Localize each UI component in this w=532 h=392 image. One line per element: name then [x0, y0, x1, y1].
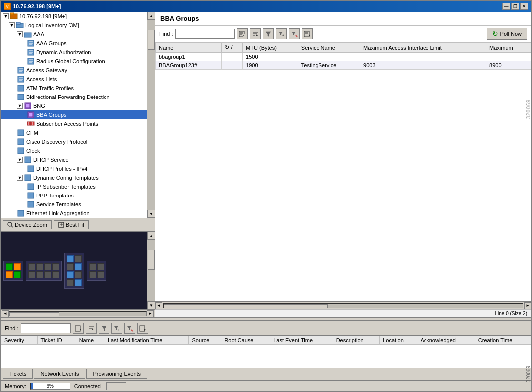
tab-provisioning-events[interactable]: Provisioning Events: [86, 369, 147, 379]
col-refresh[interactable]: ↻ /: [222, 43, 243, 53]
tree-eth-link-agg[interactable]: Ethernet Link Aggregation: [1, 209, 147, 218]
hscroll-track[interactable]: [163, 303, 523, 308]
tree-cfm[interactable]: CFM: [1, 128, 147, 137]
col-last-mod[interactable]: Last Modification Time: [105, 336, 189, 345]
col-severity[interactable]: Severity: [1, 336, 38, 345]
col-bh-name[interactable]: Name: [76, 336, 105, 345]
tab-tickets[interactable]: Tickets: [3, 369, 33, 379]
col-source[interactable]: Source: [189, 336, 221, 345]
right-hscrollbar[interactable]: ◄ ►: [155, 301, 531, 309]
tree-access-gateway[interactable]: Access Gateway: [1, 66, 147, 75]
vscroll-track[interactable]: [147, 20, 155, 210]
tree-vscrollbar[interactable]: ▲ ▼: [147, 12, 155, 218]
col-creation-time[interactable]: Creation Time: [475, 336, 531, 345]
tree-ip-sub-templates[interactable]: IP Subscriber Templates: [1, 182, 147, 191]
tree-ppp-templates[interactable]: PPP Templates: [1, 191, 147, 200]
bottom-find-input[interactable]: [21, 323, 71, 333]
col-mtu[interactable]: MTU (Bytes): [243, 43, 298, 53]
col-last-event[interactable]: Last Event Time: [270, 336, 333, 345]
device-vscroll-thumb[interactable]: [148, 250, 155, 270]
tree-dhcp-service[interactable]: ▼ DHCP Service: [1, 155, 147, 164]
expand-bng[interactable]: ▼: [17, 103, 23, 109]
device-hscrollbar[interactable]: ◄ ►: [1, 309, 155, 317]
col-location[interactable]: Location: [380, 336, 417, 345]
svg-text:+: +: [282, 34, 284, 37]
tree-atm-traffic[interactable]: ATM Traffic Profiles: [1, 84, 147, 93]
import-btn[interactable]: [237, 28, 248, 39]
find-input[interactable]: [175, 29, 235, 39]
tree-aaa[interactable]: ▼ AAA: [1, 30, 147, 39]
bottom-sort-btn[interactable]: [86, 323, 97, 334]
expand-dhcp[interactable]: ▼: [17, 157, 23, 163]
tree-access-lists[interactable]: Access Lists: [1, 75, 147, 84]
table-container[interactable]: Name ↻ / MTU (Bytes) Service Name Maximu…: [155, 42, 531, 301]
hscroll-thumb[interactable]: [164, 304, 328, 308]
vscroll-down-btn[interactable]: ▼: [147, 210, 155, 218]
tree-dynamic-auth[interactable]: Dynamic Authorization: [1, 48, 147, 57]
device-hscroll-thumb[interactable]: [9, 312, 59, 316]
device-vscroll-up[interactable]: ▲: [147, 232, 155, 240]
col-acknowledged[interactable]: Acknowledged: [417, 336, 475, 345]
add-filter-btn[interactable]: +: [276, 28, 287, 39]
expand-logical[interactable]: ▼: [9, 22, 15, 28]
device-vscroll-track[interactable]: [147, 240, 155, 301]
bottom-filter-btn[interactable]: [99, 323, 109, 334]
col-root-cause[interactable]: Root Cause: [221, 336, 270, 345]
col-max-access[interactable]: Maximum Access Interface Limit: [360, 43, 486, 53]
sort-btn[interactable]: [250, 28, 261, 39]
tree-root[interactable]: ▼ 10.76.92.198 [9M+]: [1, 12, 147, 21]
tree-logical-inv[interactable]: ▼ Logical Inventory [3M]: [1, 21, 147, 30]
col-description[interactable]: Description: [333, 336, 380, 345]
col-name[interactable]: Name: [156, 43, 222, 53]
expand-aaa[interactable]: ▼: [17, 31, 23, 37]
tree-cisco-discovery[interactable]: Cisco Discovery Protocol: [1, 137, 147, 146]
clear-filter-btn[interactable]: [289, 28, 300, 39]
bng-icon: [24, 102, 32, 110]
svg-rect-43: [28, 201, 34, 207]
hscroll-right-btn[interactable]: ►: [524, 302, 531, 309]
close-button[interactable]: ✕: [520, 3, 528, 10]
vscroll-up-btn[interactable]: ▲: [147, 12, 155, 20]
table-row[interactable]: BBAGroup123# 1900 TestingService 9003 89…: [156, 61, 531, 70]
tree-radius-global[interactable]: Radius Global Configuration: [1, 57, 147, 66]
device-hscroll-track[interactable]: [9, 311, 147, 316]
bottom-export-btn[interactable]: [137, 323, 148, 334]
poll-now-button[interactable]: ↻ Poll Now: [487, 28, 527, 40]
tree-bng[interactable]: ▼ BNG: [1, 101, 147, 110]
port: [44, 263, 51, 270]
tree-service-templates[interactable]: Service Templates: [1, 200, 147, 209]
tree-clock[interactable]: Clock: [1, 146, 147, 155]
table-row[interactable]: bbagroup1 1500: [156, 53, 531, 61]
device-zoom-button[interactable]: Device Zoom: [3, 220, 52, 229]
col-maximum[interactable]: Maximum: [486, 43, 531, 53]
filter-btn[interactable]: [263, 28, 274, 39]
hscroll-left-btn[interactable]: ◄: [155, 302, 162, 309]
port: [6, 263, 13, 270]
col-service[interactable]: Service Name: [298, 43, 360, 53]
tab-network-events[interactable]: Network Events: [34, 369, 85, 379]
tree-scroll[interactable]: ▼ 10.76.92.198 [9M+] ▼: [1, 12, 147, 218]
tree-bfd[interactable]: Bidirectional Forwarding Detection: [1, 93, 147, 101]
device-vscroll-down[interactable]: ▼: [147, 301, 155, 309]
device-hscroll-right[interactable]: ►: [147, 310, 154, 317]
restore-button[interactable]: ❐: [511, 3, 519, 10]
tree-subscriber-access[interactable]: Subscriber Access Points: [1, 119, 147, 128]
export-btn[interactable]: [302, 28, 313, 39]
tree-dhcp-profiles[interactable]: DHCP Profiles - IPv4: [1, 164, 147, 173]
best-fit-button[interactable]: Best Fit: [54, 220, 89, 229]
cell-refresh: [222, 53, 243, 61]
bottom-import-btn[interactable]: [73, 323, 84, 334]
bottom-clear-filter-btn[interactable]: [124, 323, 135, 334]
bottom-add-filter-btn[interactable]: +: [111, 323, 122, 334]
expand-root[interactable]: ▼: [3, 13, 9, 19]
tree-bba-groups[interactable]: BBA Groups: [1, 110, 147, 119]
device-hscroll-left[interactable]: ◄: [2, 310, 9, 317]
col-ticket-id[interactable]: Ticket ID: [37, 336, 76, 345]
expand-dynamic-config[interactable]: ▼: [17, 175, 23, 181]
minimize-button[interactable]: —: [502, 3, 510, 10]
device-vscrollbar[interactable]: ▲ ▼: [147, 232, 155, 309]
vscroll-thumb[interactable]: [148, 30, 155, 50]
tree-aaa-groups[interactable]: AAA Groups: [1, 39, 147, 48]
top-section: ▼ 10.76.92.198 [9M+] ▼: [1, 12, 531, 317]
tree-dynamic-config[interactable]: ▼ Dynamic Config Templates: [1, 173, 147, 182]
